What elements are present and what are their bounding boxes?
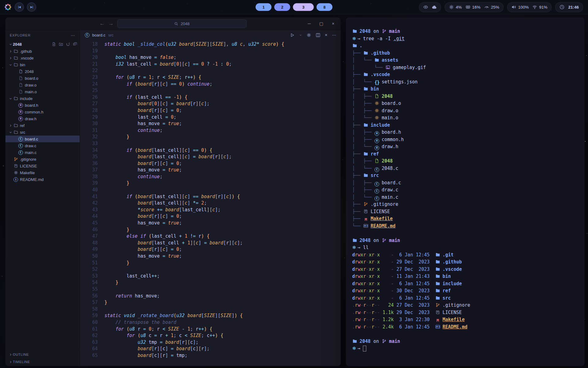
explorer-more-icon[interactable]: ⋯: [71, 33, 75, 38]
code-line[interactable]: 43 *score += board[last_cell][c];: [82, 207, 341, 213]
code-line[interactable]: 20 bool has_move = false;: [82, 54, 341, 61]
code-line[interactable]: 24 if (board[r][c] == 0) continue;: [82, 81, 341, 88]
explorer-item-board.h[interactable]: Hboard.h: [6, 102, 80, 109]
vscode-titlebar[interactable]: ← → 2048 ─ ▢ ×: [6, 17, 341, 30]
code-line[interactable]: 31 continue;: [82, 127, 341, 134]
code-line[interactable]: 51 }: [82, 260, 341, 266]
explorer-item-2048[interactable]: 2048: [6, 68, 80, 75]
split-editor-icon[interactable]: [316, 33, 320, 37]
code-line[interactable]: 36 board[r][c] = 0;: [82, 160, 341, 167]
code-line[interactable]: 41 if (board[last_cell][c] == board[r][c…: [82, 194, 341, 200]
weather-widget[interactable]: [419, 2, 441, 12]
code-line[interactable]: 64 board[r][c] = board[c][r];: [82, 346, 341, 352]
code-line[interactable]: 65 board[c][r] = tmp;: [82, 352, 341, 359]
code-line[interactable]: 27 board[0][c] = board[r][c];: [82, 101, 341, 107]
code-line[interactable]: 50 has_move = true;: [82, 253, 341, 260]
code-line[interactable]: 60 // transpose the board: [82, 319, 341, 326]
code-line[interactable]: 54 }: [82, 279, 341, 286]
run-dropdown-chevron-icon[interactable]: [299, 34, 302, 36]
code-line[interactable]: 49 board[r][c] = 0;: [82, 246, 341, 253]
close-editor-button[interactable]: ×: [325, 33, 327, 37]
explorer-item-draw.c[interactable]: Cdraw.c: [6, 142, 80, 149]
explorer-item-Makefile[interactable]: Makefile: [6, 169, 80, 176]
code-line[interactable]: 21 i32 last_cell = board[0][c] == 0 ? -1…: [82, 61, 341, 68]
explorer-item-.github[interactable]: .github: [6, 48, 80, 55]
back-button[interactable]: ←: [100, 21, 105, 27]
code-line[interactable]: 45 has_move = true;: [82, 220, 341, 227]
media-next-button[interactable]: [27, 2, 36, 12]
code-line[interactable]: 46 }: [82, 227, 341, 233]
code-line[interactable]: 28 board[r][c] = 0;: [82, 107, 341, 114]
refresh-icon[interactable]: [66, 42, 70, 46]
explorer-root-folder[interactable]: 2048: [6, 40, 80, 48]
explorer-item-ref[interactable]: ref: [6, 122, 80, 129]
audio-network[interactable]: 100% 91%: [507, 2, 552, 12]
workspace-pill-1[interactable]: 1: [256, 3, 272, 11]
explorer-item-LICENSE[interactable]: LICENSE: [6, 163, 80, 169]
code-line[interactable]: 57}: [82, 299, 341, 306]
code-line[interactable]: 58: [82, 306, 341, 313]
code-line[interactable]: 48 board[last_cell + 1][c] = board[r][c]…: [82, 240, 341, 247]
code-line[interactable]: 61 for (u8 r = 0; r < SIZE - 1; r++) {: [82, 326, 341, 333]
run-file-button[interactable]: [290, 33, 295, 37]
workspace-pill-2[interactable]: 2: [274, 3, 290, 11]
explorer-item-main.c[interactable]: Cmain.c: [6, 149, 80, 156]
close-button[interactable]: ×: [332, 21, 334, 26]
code-line[interactable]: 26 if (last_cell == -1) {: [82, 94, 341, 101]
code-line[interactable]: 30 has_move = true;: [82, 121, 341, 127]
media-prev-button[interactable]: [15, 2, 24, 12]
code-line[interactable]: 62 for (u8 c = r + 1; c < SIZE; c++) {: [82, 332, 341, 339]
explorer-item-draw.h[interactable]: Hdraw.h: [6, 115, 80, 122]
explorer-item-.vscode[interactable]: .vscode: [6, 55, 80, 61]
editor-more-actions-icon[interactable]: ⋯: [332, 33, 336, 37]
minimize-button[interactable]: ─: [308, 21, 311, 26]
code-line[interactable]: 63 u32 tmp = board[r][c];: [82, 339, 341, 346]
code-line[interactable]: 29 last_cell = 0;: [82, 114, 341, 121]
explorer-item-bin[interactable]: bin: [6, 61, 80, 68]
editor-settings-icon[interactable]: [307, 33, 311, 37]
code-line[interactable]: 37 has_move = true;: [82, 167, 341, 174]
code-line[interactable]: 35 board[last_cell][c] = board[r][c];: [82, 154, 341, 160]
code-line[interactable]: 52: [82, 266, 341, 273]
system-stats[interactable]: 4% 16% 25%: [445, 2, 503, 12]
code-line[interactable]: 18static bool _slide_col(u32 board[SIZE]…: [82, 41, 341, 48]
collapse-all-icon[interactable]: [73, 42, 77, 46]
new-file-icon[interactable]: [52, 42, 56, 46]
code-line[interactable]: 19: [82, 48, 341, 55]
command-center-search[interactable]: 2048: [117, 19, 247, 28]
code-line[interactable]: 32 }: [82, 134, 341, 140]
explorer-item-draw.o[interactable]: draw.o: [6, 82, 80, 88]
explorer-item-common.h[interactable]: Hcommon.h: [6, 109, 80, 115]
code-line[interactable]: 44 board[r][c] = 0;: [82, 213, 341, 220]
explorer-item-README.md[interactable]: iREADME.md: [6, 176, 80, 183]
code-line[interactable]: 42 board[last_cell][c] *= 2;: [82, 200, 341, 207]
code-line[interactable]: 33: [82, 140, 341, 147]
code-line[interactable]: 56 return has_move;: [82, 293, 341, 300]
maximize-button[interactable]: ▢: [319, 21, 323, 26]
code-line[interactable]: 53 last_cell++;: [82, 273, 341, 280]
workspace-pill-3[interactable]: 3: [293, 3, 314, 11]
workspace-pill-8[interactable]: 8: [317, 3, 333, 11]
code-line[interactable]: 59static void _rotate_board(u32 board[SI…: [82, 312, 341, 319]
code-line[interactable]: 47 else if (last_cell + 1 != r) {: [82, 233, 341, 240]
new-folder-icon[interactable]: [59, 42, 63, 46]
explorer-item-main.o[interactable]: main.o: [6, 88, 80, 95]
code-line[interactable]: 39 }: [82, 180, 341, 187]
code-line[interactable]: 23 for (u8 r = 1; r < SIZE; r++) {: [82, 74, 341, 81]
code-line[interactable]: 55: [82, 286, 341, 293]
code-line[interactable]: 22: [82, 67, 341, 74]
explorer-item-src[interactable]: src: [6, 129, 80, 136]
timeline-section[interactable]: TIMELINE: [6, 358, 80, 366]
terminal-window[interactable]: 2048 on main❄ → tree -a -I .git.├── .git…: [346, 17, 585, 366]
explorer-item-.gitignore[interactable]: .gitignore: [6, 156, 80, 163]
code-area[interactable]: 18static bool _slide_col(u32 board[SIZE]…: [80, 40, 341, 366]
code-line[interactable]: 34 if (board[last_cell][c] == 0) {: [82, 147, 341, 154]
forward-button[interactable]: →: [108, 21, 114, 27]
clock-widget[interactable]: 21:46: [555, 2, 583, 12]
explorer-item-board.o[interactable]: board.o: [6, 75, 80, 82]
outline-section[interactable]: OUTLINE: [6, 351, 80, 358]
code-line[interactable]: 38 continue;: [82, 174, 341, 180]
launcher-logo-icon[interactable]: [4, 3, 12, 11]
code-line[interactable]: 25: [82, 87, 341, 94]
code-line[interactable]: 40: [82, 187, 341, 194]
